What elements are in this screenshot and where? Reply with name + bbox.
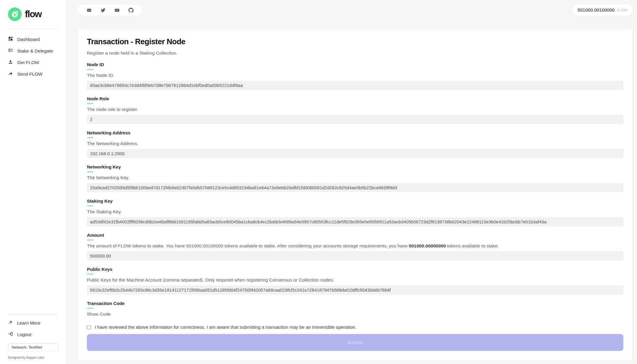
balance-currency: FLOW: [617, 8, 627, 12]
confirmation-checkbox[interactable]: [87, 325, 91, 329]
sidebar-item-label: Send FLOW: [17, 71, 42, 77]
label-underline: [87, 274, 93, 275]
page-title: Transaction - Register Node: [87, 37, 623, 46]
sidebar-item-learn-more[interactable]: Learn More: [0, 317, 66, 329]
balance-amount: 501000.00100000: [578, 7, 615, 13]
sidebar: flow Dashboard Stake & Delegate: [0, 0, 66, 364]
field-label: Amount: [87, 233, 623, 238]
confirmation-label: I have reviewed the above information fo…: [95, 325, 356, 330]
sidebar-item-label: Get FLOW: [17, 60, 39, 65]
field-description: The Staking Key.: [87, 209, 623, 214]
sidebar-item-dashboard[interactable]: Dashboard: [0, 34, 66, 45]
field-description: The node role to register.: [87, 107, 623, 112]
field-node-id: Node ID The Node ID.: [87, 62, 623, 90]
flow-logo[interactable]: flow: [0, 0, 66, 21]
field-label: Networking Key: [87, 164, 623, 170]
confirmation-row: I have reviewed the above information fo…: [87, 325, 623, 330]
public-keys-input[interactable]: [87, 285, 623, 295]
dashboard-icon: [8, 36, 13, 42]
github-icon[interactable]: [128, 8, 134, 13]
field-node-role: Node Role The node role to register.: [87, 96, 623, 124]
sidebar-divider-top: [8, 28, 58, 29]
network-badge: Network: TestNet: [8, 343, 58, 351]
main-area: 501000.00100000 FLOW Transaction - Regis…: [66, 0, 637, 364]
field-label: Node ID: [87, 62, 623, 67]
twitter-icon[interactable]: [101, 8, 106, 13]
field-label: Staking Key: [87, 198, 623, 204]
field-staking-key: Staking Key The Staking Key.: [87, 198, 623, 226]
flow-logo-icon: [8, 7, 22, 21]
sidebar-item-label: Logout: [17, 332, 31, 337]
field-label: Transaction Code: [87, 301, 623, 306]
sidebar-divider-bottom: [8, 314, 58, 314]
show-code-link[interactable]: Show Code: [87, 311, 111, 317]
staking-key-input[interactable]: [87, 217, 623, 226]
download-icon: [8, 59, 13, 66]
balance-pill: 501000.00100000 FLOW: [572, 4, 633, 16]
field-networking-address: Networking Address The Networking Addres…: [87, 130, 623, 158]
sidebar-item-label: Stake & Delegate: [17, 48, 53, 54]
flow-wordmark: flow: [25, 9, 42, 20]
transaction-card: Transaction - Register Node Register a n…: [78, 29, 633, 361]
field-label: Node Role: [87, 96, 623, 101]
field-description: The Networking Key.: [87, 175, 623, 180]
amount-desc-post: tokens available to stake.: [446, 243, 499, 248]
send-icon: [8, 71, 13, 77]
amount-desc-pre: The amount of FLOW tokens to stake. You …: [87, 243, 409, 248]
label-underline: [87, 69, 93, 70]
field-description: The Networking Address.: [87, 141, 623, 146]
submit-button[interactable]: Submit: [87, 334, 623, 351]
amount-available-bold: 501000.00000000: [409, 243, 446, 248]
topbar: 501000.00100000 FLOW: [78, 4, 633, 16]
sidebar-item-logout[interactable]: Logout: [0, 329, 66, 340]
label-underline: [87, 205, 93, 206]
logout-icon: [8, 331, 13, 338]
credit-text: Designed by Dapper Labs: [8, 356, 58, 359]
label-underline: [87, 171, 93, 172]
field-label: Networking Address: [87, 130, 623, 136]
field-description: Public Keys for the Machine Account (com…: [87, 277, 623, 283]
sidebar-item-label: Dashboard: [17, 37, 40, 42]
node-role-input[interactable]: [87, 115, 623, 124]
node-id-input[interactable]: [87, 81, 623, 90]
label-underline: [87, 239, 93, 241]
sidebar-item-stake-delegate[interactable]: Stake & Delegate: [0, 45, 66, 57]
sidebar-item-send-flow[interactable]: Send FLOW: [0, 68, 66, 80]
sidebar-footer: Learn More Logout Network: TestNet Desig…: [0, 314, 66, 364]
label-underline: [87, 308, 93, 309]
field-description: The Node ID.: [87, 73, 623, 78]
networking-key-input[interactable]: [87, 183, 623, 192]
field-public-keys: Public Keys Public Keys for the Machine …: [87, 267, 623, 295]
discord-icon[interactable]: [87, 8, 92, 13]
youtube-icon[interactable]: [115, 8, 120, 13]
stake-icon: [8, 48, 13, 54]
sidebar-nav: Dashboard Stake & Delegate Get FLOW: [0, 34, 66, 80]
field-label: Public Keys: [87, 267, 623, 272]
sidebar-item-get-flow[interactable]: Get FLOW: [0, 57, 66, 68]
field-amount: Amount The amount of FLOW tokens to stak…: [87, 233, 623, 260]
sidebar-item-label: Learn More: [17, 320, 40, 326]
label-underline: [87, 103, 93, 104]
page-subtitle: Register a node held in a Staking Collec…: [87, 50, 623, 56]
networking-address-input[interactable]: [87, 149, 623, 158]
field-transaction-code: Transaction Code Show Code: [87, 301, 623, 317]
social-links-pill: [78, 4, 142, 16]
amount-input[interactable]: [87, 251, 623, 260]
label-underline: [87, 137, 93, 138]
field-networking-key: Networking Key The Networking Key.: [87, 164, 623, 192]
field-description: The amount of FLOW tokens to stake. You …: [87, 243, 623, 249]
external-link-icon: [8, 320, 13, 326]
